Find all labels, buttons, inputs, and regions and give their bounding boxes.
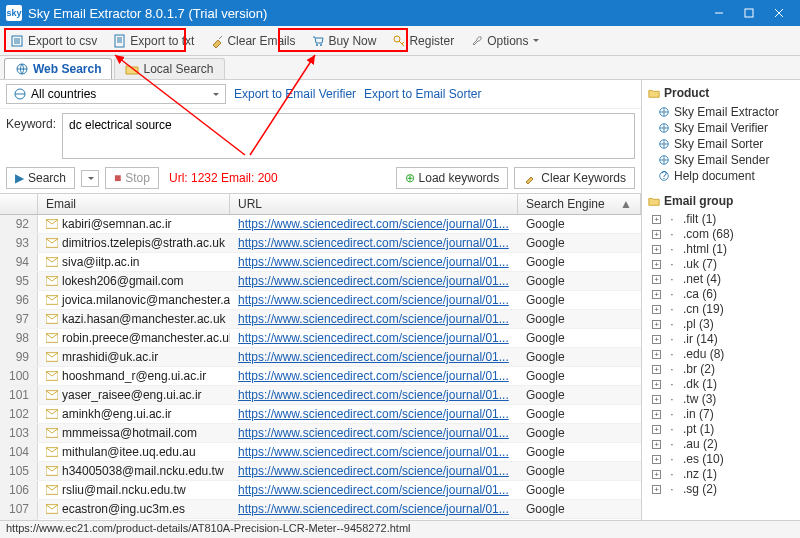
clear-emails-button[interactable]: Clear Emails [203, 30, 302, 52]
tld-node[interactable]: +·.in (7) [648, 407, 794, 422]
tab-local-search[interactable]: Local Search [114, 58, 224, 79]
buy-now-button[interactable]: Buy Now [304, 30, 383, 52]
table-row[interactable]: 107ecastron@ing.uc3m.eshttps://www.scien… [0, 500, 641, 519]
expand-icon[interactable]: + [652, 485, 661, 494]
row-url[interactable]: https://www.sciencedirect.com/science/jo… [230, 234, 518, 252]
table-row[interactable]: 108wei.zheng-6@postgrad.manche...https:/… [0, 519, 641, 520]
expand-icon[interactable]: + [652, 215, 661, 224]
row-url[interactable]: https://www.sciencedirect.com/science/jo… [230, 481, 518, 499]
table-row[interactable]: 104mithulan@itee.uq.edu.auhttps://www.sc… [0, 443, 641, 462]
export-txt-button[interactable]: Export to txt [106, 30, 201, 52]
row-url[interactable]: https://www.sciencedirect.com/science/jo… [230, 310, 518, 328]
tld-node[interactable]: +·.es (10) [648, 452, 794, 467]
product-item[interactable]: Sky Email Verifier [648, 120, 794, 136]
tld-node[interactable]: +·.ca (6) [648, 287, 794, 302]
product-item[interactable]: ?Help document [648, 168, 794, 184]
expand-icon[interactable]: + [652, 275, 661, 284]
tld-node[interactable]: +·.au (2) [648, 437, 794, 452]
expand-icon[interactable]: + [652, 470, 661, 479]
col-email[interactable]: Email [38, 194, 230, 214]
expand-icon[interactable]: + [652, 365, 661, 374]
table-row[interactable]: 101yaser_raisee@eng.ui.ac.irhttps://www.… [0, 386, 641, 405]
export-sorter-link[interactable]: Export to Email Sorter [364, 87, 481, 101]
tld-node[interactable]: +·.ir (14) [648, 332, 794, 347]
search-dropdown[interactable] [81, 170, 99, 187]
product-item[interactable]: Sky Email Sorter [648, 136, 794, 152]
table-row[interactable]: 102aminkh@eng.ui.ac.irhttps://www.scienc… [0, 405, 641, 424]
clear-keywords-button[interactable]: Clear Keywords [514, 167, 635, 189]
table-row[interactable]: 95lokesh206@gmail.comhttps://www.science… [0, 272, 641, 291]
country-dropdown[interactable]: All countries [6, 84, 226, 104]
maximize-button[interactable] [734, 0, 764, 26]
tab-web-search[interactable]: Web Search [4, 58, 112, 79]
col-engine[interactable]: Search Engine ▲ [518, 194, 641, 214]
table-row[interactable]: 105h34005038@mail.ncku.edu.twhttps://www… [0, 462, 641, 481]
expand-icon[interactable]: + [652, 230, 661, 239]
search-button[interactable]: ▶Search [6, 167, 75, 189]
table-row[interactable]: 94siva@iitp.ac.inhttps://www.sciencedire… [0, 253, 641, 272]
row-url[interactable]: https://www.sciencedirect.com/science/jo… [230, 329, 518, 347]
expand-icon[interactable]: + [652, 350, 661, 359]
row-url[interactable]: https://www.sciencedirect.com/science/jo… [230, 443, 518, 461]
export-csv-button[interactable]: Export to csv [4, 30, 104, 52]
tld-node[interactable]: +·.html (1) [648, 242, 794, 257]
tld-node[interactable]: +·.sg (2) [648, 482, 794, 497]
expand-icon[interactable]: + [652, 440, 661, 449]
tld-node[interactable]: +·.com (68) [648, 227, 794, 242]
row-url[interactable]: https://www.sciencedirect.com/science/jo… [230, 386, 518, 404]
row-url[interactable]: https://www.sciencedirect.com/science/jo… [230, 405, 518, 423]
table-row[interactable]: 99mrashidi@uk.ac.irhttps://www.sciencedi… [0, 348, 641, 367]
tld-node[interactable]: +·.uk (7) [648, 257, 794, 272]
export-verifier-link[interactable]: Export to Email Verifier [234, 87, 356, 101]
table-row[interactable]: 106rsliu@mail.ncku.edu.twhttps://www.sci… [0, 481, 641, 500]
minimize-button[interactable] [704, 0, 734, 26]
expand-icon[interactable]: + [652, 395, 661, 404]
results-table[interactable]: Email URL Search Engine ▲ 92kabiri@semna… [0, 194, 641, 520]
expand-icon[interactable]: + [652, 290, 661, 299]
register-button[interactable]: Register [385, 30, 461, 52]
expand-icon[interactable]: + [652, 260, 661, 269]
tld-node[interactable]: +·.tw (3) [648, 392, 794, 407]
row-url[interactable]: https://www.sciencedirect.com/science/jo… [230, 272, 518, 290]
expand-icon[interactable]: + [652, 425, 661, 434]
row-url[interactable]: https://www.sciencedirect.com/science/jo… [230, 500, 518, 518]
tld-node[interactable]: +·.filt (1) [648, 212, 794, 227]
expand-icon[interactable]: + [652, 410, 661, 419]
table-row[interactable]: 92kabiri@semnan.ac.irhttps://www.science… [0, 215, 641, 234]
tld-node[interactable]: +·.pt (1) [648, 422, 794, 437]
col-url[interactable]: URL [230, 194, 518, 214]
row-url[interactable]: https://www.sciencedirect.com/science/jo… [230, 215, 518, 233]
table-row[interactable]: 100hooshmand_r@eng.ui.ac.irhttps://www.s… [0, 367, 641, 386]
close-button[interactable] [764, 0, 794, 26]
row-url[interactable]: https://www.sciencedirect.com/science/jo… [230, 424, 518, 442]
table-row[interactable]: 98robin.preece@manchester.ac.ukhttps://w… [0, 329, 641, 348]
tld-node[interactable]: +·.cn (19) [648, 302, 794, 317]
keyword-input[interactable] [62, 113, 635, 159]
row-url[interactable]: https://www.sciencedirect.com/science/jo… [230, 367, 518, 385]
tld-node[interactable]: +·.pl (3) [648, 317, 794, 332]
table-row[interactable]: 103mmmeissa@hotmail.comhttps://www.scien… [0, 424, 641, 443]
row-url[interactable]: https://www.sciencedirect.com/science/jo… [230, 291, 518, 309]
tld-node[interactable]: +·.nz (1) [648, 467, 794, 482]
expand-icon[interactable]: + [652, 455, 661, 464]
row-url[interactable]: https://www.sciencedirect.com/science/jo… [230, 519, 518, 520]
expand-icon[interactable]: + [652, 245, 661, 254]
row-url[interactable]: https://www.sciencedirect.com/science/jo… [230, 462, 518, 480]
tld-node[interactable]: +·.dk (1) [648, 377, 794, 392]
expand-icon[interactable]: + [652, 320, 661, 329]
expand-icon[interactable]: + [652, 380, 661, 389]
tld-node[interactable]: +·.br (2) [648, 362, 794, 377]
col-index[interactable] [0, 194, 38, 214]
table-row[interactable]: 96jovica.milanovic@manchester.ac...https… [0, 291, 641, 310]
expand-icon[interactable]: + [652, 335, 661, 344]
stop-button[interactable]: ■Stop [105, 167, 159, 189]
product-item[interactable]: Sky Email Extractor [648, 104, 794, 120]
load-keywords-button[interactable]: ⊕Load keywords [396, 167, 509, 189]
tld-tree[interactable]: +·.filt (1)+·.com (68)+·.html (1)+·.uk (… [648, 212, 794, 497]
tld-node[interactable]: +·.edu (8) [648, 347, 794, 362]
options-button[interactable]: Options [463, 30, 546, 52]
table-row[interactable]: 93dimitrios.tzelepis@strath.ac.ukhttps:/… [0, 234, 641, 253]
row-url[interactable]: https://www.sciencedirect.com/science/jo… [230, 348, 518, 366]
row-url[interactable]: https://www.sciencedirect.com/science/jo… [230, 253, 518, 271]
table-row[interactable]: 97kazi.hasan@manchester.ac.ukhttps://www… [0, 310, 641, 329]
